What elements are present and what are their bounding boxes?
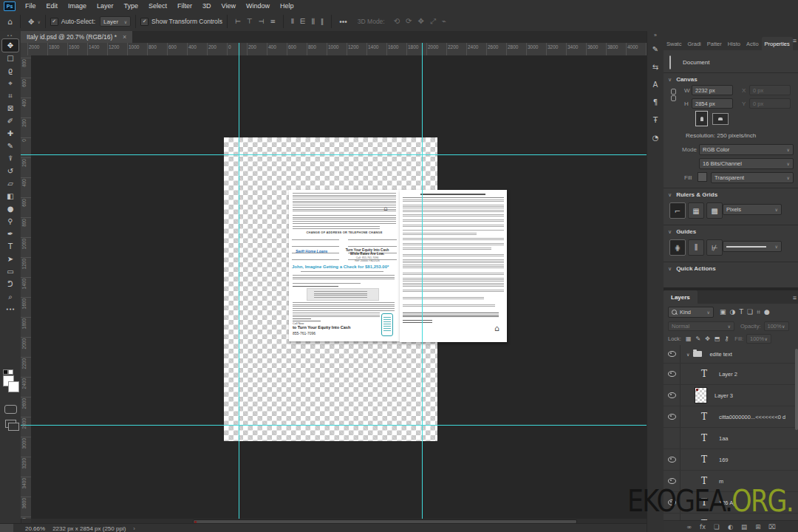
menu-type[interactable]: Type <box>119 0 144 12</box>
panel-menu-icon[interactable]: ≡ <box>793 37 797 44</box>
pen-tool[interactable]: ✒ <box>2 228 18 240</box>
distribute-right-edges-icon[interactable]: ⫼ <box>312 18 315 26</box>
panel-tab-gradi[interactable]: Gradi <box>684 37 703 50</box>
filter-type-layers-icon[interactable]: T <box>739 308 743 316</box>
status-chevron-icon[interactable]: › <box>133 525 135 532</box>
glyphs-panel-icon[interactable]: Ŧ <box>647 111 664 129</box>
layer-row[interactable]: T1aa <box>664 428 798 449</box>
healing-brush-tool[interactable]: ✚ <box>2 127 18 140</box>
menu-window[interactable]: Window <box>241 0 275 12</box>
menu-image[interactable]: Image <box>63 0 92 12</box>
layer-thumbnail[interactable] <box>695 387 707 403</box>
foreground-background-colors[interactable] <box>3 369 19 395</box>
layer-row[interactable]: Tcitta0000000...<<<<<<<0 d <box>664 406 798 428</box>
screen-mode-button[interactable] <box>5 420 16 428</box>
menu-help[interactable]: Help <box>275 0 299 12</box>
height-field[interactable]: 2854 px <box>692 98 733 109</box>
landscape-orientation-button[interactable] <box>712 113 729 125</box>
auto-select-dropdown[interactable]: Layer∨ <box>100 16 131 27</box>
distribute-spacing-icon[interactable]: ∥ <box>321 18 324 26</box>
document-tab[interactable]: Italy id.psd @ 20.7% (RGB/16) * × <box>21 31 132 43</box>
canvas-area[interactable]: ⌂ CHANGE OF ADDRESS OR TELEPHONE CHANGE … <box>31 55 647 519</box>
frame-tool[interactable]: ⊠ <box>2 102 18 115</box>
paragraph-panel-icon[interactable]: ¶ <box>647 93 664 111</box>
grid-toggle-icon[interactable]: ▦ <box>688 202 704 219</box>
close-tab-icon[interactable]: × <box>123 33 126 41</box>
eye-icon[interactable] <box>668 414 676 420</box>
layer-name[interactable]: Layer 3 <box>715 392 733 399</box>
color-mode-dropdown[interactable]: RGB Color∨ <box>699 144 794 155</box>
horizontal-ruler[interactable]: 2000180016001400120010008006004002000200… <box>21 43 647 56</box>
crop-tool[interactable]: ⌗ <box>2 89 18 102</box>
menu-view[interactable]: View <box>216 0 241 12</box>
quick-actions-section-header[interactable]: ∨Quick Actions <box>668 265 716 272</box>
fill-swatch[interactable] <box>698 172 707 182</box>
move-tool-preset-icon[interactable]: ✥ <box>25 18 37 26</box>
visibility-cell[interactable] <box>664 364 681 384</box>
filter-smart-objects-icon[interactable]: ⌗ <box>757 308 760 316</box>
pixel-grid-icon[interactable]: ▩ <box>706 202 723 219</box>
preset-chevron-icon[interactable]: ∨ <box>37 19 40 24</box>
dodge-tool[interactable]: ⚲ <box>2 215 18 228</box>
background-color-swatch[interactable] <box>8 381 19 392</box>
rulers-grids-section-header[interactable]: ∨Rulers & Grids <box>668 191 717 198</box>
ruler-units-dropdown[interactable]: Pixels∨ <box>723 204 782 215</box>
panel-tab-histo[interactable]: Histo <box>725 37 743 50</box>
type-tool[interactable]: T <box>2 240 18 253</box>
layers-scrollbar[interactable] <box>795 349 798 430</box>
3d-roll-icon[interactable]: ⟳ <box>406 17 412 26</box>
fill-dropdown[interactable]: Transparent∨ <box>711 172 794 183</box>
menu-filter[interactable]: Filter <box>172 0 197 12</box>
y-field[interactable]: 0 px <box>749 98 791 109</box>
edit-toolbar-icon[interactable]: ••• <box>2 303 18 316</box>
layer-row[interactable]: T169 <box>664 449 798 471</box>
rectangle-tool[interactable]: ▭ <box>2 265 18 278</box>
filter-shape-layers-icon[interactable]: ❏ <box>747 308 753 316</box>
brush-tool[interactable]: ✎ <box>2 140 18 152</box>
visibility-cell[interactable] <box>664 385 681 406</box>
3d-slide-icon[interactable]: ⤢ <box>430 17 436 26</box>
character-panel-icon[interactable]: A <box>647 75 664 93</box>
distribute-left-edges-icon[interactable]: ⫴ <box>291 18 294 26</box>
link-dimensions-icon[interactable] <box>671 89 676 100</box>
bit-depth-dropdown[interactable]: 16 Bits/Channel∨ <box>699 158 794 169</box>
panel-tab-actio[interactable]: Actio <box>743 37 762 50</box>
canvas-section-header[interactable]: ∨Canvas <box>668 76 698 83</box>
opacity-field[interactable]: 100%∨ <box>764 321 789 331</box>
rulers-toggle-icon[interactable]: ⌐ <box>669 202 686 219</box>
history-brush-tool[interactable]: ↺ <box>2 165 18 177</box>
lock-all-icon[interactable]: ⚷ <box>724 335 729 342</box>
adjustment-layer-icon[interactable]: ◐ <box>728 523 733 531</box>
lock-transparency-icon[interactable]: ▦ <box>686 335 692 342</box>
3d-pan-icon[interactable]: ✥ <box>418 17 424 26</box>
blur-tool[interactable]: ● <box>2 202 18 215</box>
guide-style-dropdown[interactable]: ∨ <box>723 241 782 252</box>
eye-icon[interactable] <box>668 351 676 357</box>
expand-panels-icon[interactable]: » <box>647 31 664 40</box>
filter-on-toggle-icon[interactable]: ● <box>764 308 770 316</box>
eye-icon[interactable] <box>668 457 676 463</box>
layer-row[interactable]: ∨edite text <box>664 345 798 364</box>
portrait-orientation-button[interactable] <box>695 111 708 126</box>
toolbar-collapse-icon[interactable]: ▪▪ <box>0 31 21 39</box>
blend-mode-dropdown[interactable]: Normal∨ <box>668 321 734 331</box>
auto-select-checkbox[interactable]: ✓ <box>50 18 58 26</box>
default-colors-icon[interactable] <box>3 369 8 375</box>
vertical-ruler[interactable]: 8006004002000200400600800100012001400160… <box>21 55 32 519</box>
swap-colors-icon[interactable] <box>8 369 13 375</box>
menu-3d[interactable]: 3D <box>197 0 216 12</box>
brush-settings-panel-icon[interactable]: ✎ <box>647 40 664 58</box>
layers-menu-icon[interactable]: ≡ <box>793 294 797 301</box>
panel-tab-swatc[interactable]: Swatc <box>664 37 684 50</box>
eyedropper-tool[interactable]: ✐ <box>2 115 18 127</box>
layers-fill-field[interactable]: 100%∨ <box>746 334 771 344</box>
distribute-horizontal-centers-icon[interactable]: ⋿ <box>300 18 306 26</box>
layer-row[interactable]: TLayer 2 <box>664 364 798 385</box>
x-field[interactable]: 0 px <box>749 85 791 95</box>
align-left-edges-icon[interactable]: ⊢ <box>235 18 241 25</box>
layer-name[interactable]: citta0000000...<<<<<<<0 d <box>719 414 785 420</box>
visibility-cell[interactable] <box>664 449 681 470</box>
path-selection-tool[interactable]: ➤ <box>2 253 18 265</box>
new-group-icon[interactable]: ▤ <box>741 523 747 531</box>
filter-adjustment-layers-icon[interactable]: ◑ <box>730 308 736 316</box>
